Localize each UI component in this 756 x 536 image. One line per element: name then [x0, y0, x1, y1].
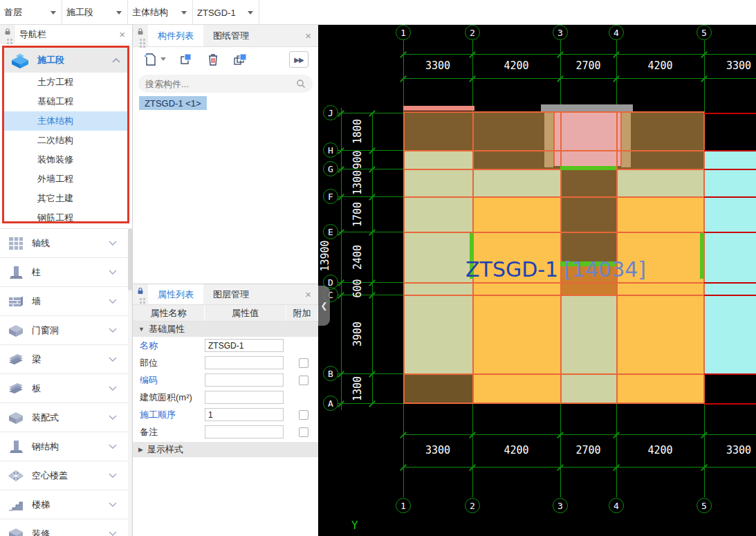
steel-icon [6, 439, 26, 454]
slab-icon [6, 382, 26, 396]
combo-construction-section[interactable]: 施工段 [62, 0, 128, 25]
property-row-floor-area: 建筑面积(m²) [133, 389, 318, 406]
lock-icon [137, 28, 144, 35]
new-component-dropdown[interactable] [160, 57, 166, 62]
tab-component-list[interactable]: 构件列表 [148, 25, 203, 46]
code-checkbox[interactable] [299, 376, 308, 385]
chevron-down-icon[interactable] [109, 531, 117, 536]
column-header-value: 属性值 [205, 305, 286, 321]
copy-component-button[interactable] [178, 52, 194, 67]
chevron-down-icon[interactable] [109, 473, 117, 478]
plan-region [403, 295, 472, 373]
tab-layer-management[interactable]: 图层管理 [203, 284, 259, 304]
section-axis[interactable]: 轴线 [0, 228, 128, 257]
chevron-down-icon[interactable] [109, 386, 117, 391]
close-icon[interactable]: × [298, 25, 318, 46]
nav-header: 导航栏 × [0, 25, 132, 44]
axis-bubble: 2 [465, 498, 480, 513]
remark-field[interactable] [205, 425, 284, 438]
component-toolbar: ▶▶ [133, 47, 318, 72]
chevron-down-icon[interactable] [109, 444, 117, 449]
drag-grip-icon[interactable] [140, 39, 142, 41]
chevron-down-icon[interactable] [109, 241, 117, 246]
axis-bubble: E [323, 224, 338, 239]
new-component-button[interactable] [142, 52, 158, 67]
nav-item-other-civil[interactable]: 其它土建 [4, 189, 127, 208]
chevron-down-icon[interactable] [109, 502, 117, 507]
section-steel[interactable]: 钢结构 [0, 432, 128, 461]
section-hollow-slab[interactable]: 空心楼盖 [0, 461, 128, 490]
component-list-item-selected[interactable]: ZTSGD-1 <1> [139, 96, 207, 110]
chevron-down-icon[interactable] [109, 415, 117, 420]
close-icon[interactable]: × [112, 28, 132, 40]
chevron-down-icon[interactable] [109, 357, 117, 362]
plan-region [560, 282, 616, 295]
group-header-construction-section[interactable]: 施工段 [4, 48, 127, 73]
combo-construction-section-value: 施工段 [66, 6, 93, 19]
tab-property-list[interactable]: 属性列表 [148, 284, 203, 304]
nav-item-exterior-wall[interactable]: 外墙工程 [4, 169, 127, 189]
chevron-up-icon[interactable] [112, 58, 120, 63]
combo-category[interactable]: 主体结构 [128, 0, 193, 25]
component-list-panel: 构件列表 图纸管理 × [133, 25, 318, 284]
floor-area-field[interactable] [205, 391, 284, 404]
location-checkbox[interactable] [299, 358, 308, 368]
nav-item-rebar[interactable]: 钢筋工程 [4, 208, 127, 223]
tab-drawing-management[interactable]: 图纸管理 [203, 25, 259, 46]
section-slab[interactable]: 板 [0, 373, 128, 403]
chevron-down-icon[interactable] [109, 270, 117, 275]
section-column[interactable]: 柱 [0, 257, 128, 286]
section-beam[interactable]: 梁 [0, 344, 128, 373]
nav-item-earthwork[interactable]: 土方工程 [4, 73, 127, 92]
location-field[interactable] [205, 356, 284, 369]
search-input[interactable] [145, 79, 296, 89]
section-wall[interactable]: 墙 [0, 286, 128, 315]
axis-bubble: B [323, 366, 338, 381]
search-icon[interactable] [296, 79, 306, 89]
code-field[interactable] [205, 373, 284, 387]
nav-item-main-structure[interactable]: 主体结构 [4, 111, 127, 131]
region-border [620, 112, 622, 166]
nav-item-secondary-structure[interactable]: 二次结构 [4, 131, 127, 150]
combo-floor[interactable]: 首层 [0, 0, 62, 25]
dimension-text: 1300 [351, 376, 364, 400]
drag-grip-icon[interactable] [140, 298, 142, 300]
plan-region [472, 373, 560, 403]
section-stairs[interactable]: 楼梯 [0, 490, 128, 519]
batch-copy-button[interactable] [232, 52, 249, 67]
plan-region [403, 232, 472, 282]
plan-region [616, 196, 704, 232]
property-row-remark: 备注 [133, 423, 318, 441]
remark-checkbox[interactable] [299, 427, 308, 437]
name-field[interactable] [205, 339, 284, 352]
axis-bubble: F [323, 189, 338, 204]
construction-order-field[interactable] [205, 408, 284, 421]
combo-component[interactable]: ZTSGD-1 [193, 0, 259, 25]
axis-bubble: 5 [697, 25, 712, 40]
nav-item-foundation[interactable]: 基础工程 [4, 92, 127, 111]
chevron-down-icon[interactable] [109, 328, 117, 333]
section-prefab[interactable]: 装配式 [0, 403, 128, 432]
section-finish[interactable]: 装修 [0, 519, 128, 536]
cad-canvas[interactable]: ❮ 1122334455JHGFEDCBA3300330042004200270… [318, 25, 756, 536]
property-row-name: 名称 [133, 337, 318, 354]
dimension-line [372, 113, 373, 403]
close-icon[interactable]: × [298, 284, 318, 304]
axis-bubble: G [323, 161, 338, 176]
chevron-down-icon[interactable] [109, 299, 117, 304]
sidebar-scrollbar-thumb[interactable] [128, 228, 132, 290]
section-door-window[interactable]: 门窗洞 [0, 315, 128, 344]
delete-component-button[interactable] [206, 52, 220, 67]
panel-collapse-handle[interactable]: ❮ [318, 286, 330, 326]
nav-item-decoration[interactable]: 装饰装修 [4, 150, 127, 169]
red-axis-line [704, 196, 756, 198]
construction-order-checkbox[interactable] [299, 410, 308, 420]
region-border [403, 150, 704, 151]
section-basic-properties[interactable]: ▼ 基础属性 [133, 322, 318, 337]
selected-component-label[interactable]: ZTSGD-1[14034] [465, 257, 646, 281]
property-panel: 属性列表 图层管理 × 属性名称 属性值 附加 ▼ 基础属性 名称 部位 编码 [133, 284, 318, 536]
section-display-style[interactable]: ▶ 显示样式 [133, 442, 318, 457]
property-row-code: 编码 [133, 371, 318, 389]
drag-grip-icon[interactable] [7, 39, 9, 41]
expand-toolbar-button[interactable]: ▶▶ [289, 51, 308, 68]
